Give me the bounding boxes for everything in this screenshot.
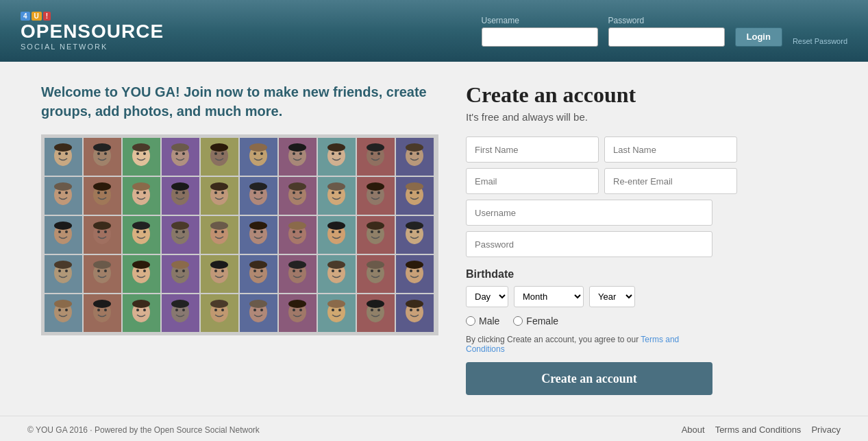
svg-point-49 [406, 143, 423, 152]
svg-point-233 [299, 309, 302, 311]
svg-point-53 [65, 191, 68, 194]
header: 4 U ! OPENSOURCE SOCIAL NETWORK Username… [0, 0, 868, 62]
svg-point-124 [210, 222, 228, 230]
gender-male-option[interactable]: Male [466, 315, 499, 326]
svg-point-123 [221, 230, 224, 233]
svg-point-84 [288, 182, 306, 191]
create-account-title: Create an account [466, 82, 712, 108]
photo-cell [201, 294, 238, 332]
svg-point-148 [417, 230, 419, 233]
username-input[interactable] [466, 200, 712, 226]
svg-point-203 [65, 309, 68, 311]
svg-point-104 [54, 222, 72, 230]
photo-cell [123, 294, 160, 332]
svg-point-202 [58, 309, 61, 311]
svg-point-8 [104, 152, 107, 155]
password-label: Password [608, 16, 725, 25]
svg-point-28 [260, 152, 263, 155]
svg-point-69 [171, 182, 189, 191]
badge-u: U [32, 12, 42, 21]
photo-cell [318, 138, 356, 176]
svg-point-117 [175, 230, 178, 233]
svg-point-92 [371, 191, 373, 194]
gender-female-radio[interactable] [513, 316, 523, 326]
svg-point-188 [338, 270, 341, 272]
first-name-input[interactable] [466, 136, 599, 163]
svg-point-212 [136, 309, 139, 311]
svg-point-107 [97, 230, 100, 233]
svg-point-7 [97, 152, 100, 155]
footer-about-link[interactable]: About [682, 425, 705, 435]
day-select[interactable]: Day 12345 678910 1112131415 1617181920 2… [466, 286, 508, 307]
svg-point-62 [136, 191, 139, 194]
photo-cell [201, 216, 238, 254]
photo-cell [279, 138, 317, 176]
header-password-input[interactable] [608, 27, 725, 47]
create-account-button[interactable]: Create an account [466, 362, 712, 395]
password-input[interactable] [466, 231, 712, 257]
svg-point-167 [175, 270, 178, 272]
name-row [466, 136, 712, 163]
svg-point-223 [221, 309, 224, 311]
svg-point-228 [260, 309, 263, 311]
svg-point-112 [136, 230, 139, 233]
svg-point-78 [260, 191, 263, 194]
photo-cell [357, 255, 395, 293]
svg-point-198 [417, 270, 419, 272]
photo-cell [45, 216, 82, 254]
gender-male-radio[interactable] [466, 316, 475, 326]
last-name-input[interactable] [604, 136, 737, 163]
svg-point-227 [253, 309, 256, 311]
logo-title: OPENSOURCE [21, 22, 164, 41]
footer-privacy-link[interactable]: Privacy [811, 425, 841, 435]
svg-point-193 [377, 270, 380, 272]
header-username-input[interactable] [482, 27, 598, 47]
year-select[interactable]: Year 2000199919981997 1996199519901985 1… [589, 286, 635, 307]
photo-cell [45, 138, 82, 176]
svg-point-87 [332, 191, 334, 194]
birthdate-selects: Day 12345 678910 1112131415 1617181920 2… [466, 286, 712, 307]
logo-subtitle: SOCIAL NETWORK [21, 43, 108, 51]
photo-cell [396, 294, 434, 332]
svg-point-37 [332, 152, 334, 155]
svg-point-243 [377, 309, 380, 311]
svg-point-34 [288, 143, 306, 152]
terms-text: By clicking Create an account, you agree… [466, 335, 712, 354]
svg-point-33 [299, 152, 302, 155]
logo-area: 4 U ! OPENSOURCE SOCIAL NETWORK [21, 12, 164, 51]
svg-point-129 [249, 222, 267, 230]
svg-point-73 [221, 191, 224, 194]
svg-point-242 [371, 309, 373, 311]
photo-cell [318, 216, 356, 254]
footer-terms-link[interactable]: Terms and Conditions [715, 425, 802, 435]
svg-point-132 [293, 230, 295, 233]
svg-point-162 [136, 270, 139, 272]
svg-point-118 [182, 230, 185, 233]
svg-point-42 [371, 152, 373, 155]
svg-point-184 [288, 261, 306, 269]
email-input[interactable] [466, 168, 599, 194]
month-select[interactable]: Month JanuaryFebruaryMarch AprilMayJune … [514, 286, 584, 307]
svg-point-204 [54, 300, 72, 308]
svg-point-217 [175, 309, 178, 311]
reenter-email-input[interactable] [604, 168, 737, 194]
svg-point-153 [65, 270, 68, 272]
photo-cell [396, 177, 434, 215]
svg-point-199 [406, 261, 423, 269]
svg-point-83 [299, 191, 302, 194]
password-group: Password [608, 16, 725, 47]
gender-row: Male Female [466, 315, 712, 326]
svg-point-244 [367, 300, 384, 308]
svg-point-144 [367, 222, 384, 230]
svg-point-157 [97, 270, 100, 272]
photo-cell [279, 177, 317, 215]
login-button[interactable]: Login [735, 27, 782, 47]
svg-point-109 [93, 222, 111, 230]
svg-point-97 [410, 191, 412, 194]
reset-password-link[interactable]: Reset Password [793, 37, 847, 45]
gender-female-option[interactable]: Female [513, 315, 558, 326]
photo-cell [318, 177, 356, 215]
svg-point-59 [93, 182, 111, 191]
photo-grid [41, 134, 438, 335]
photo-cell [240, 138, 277, 176]
